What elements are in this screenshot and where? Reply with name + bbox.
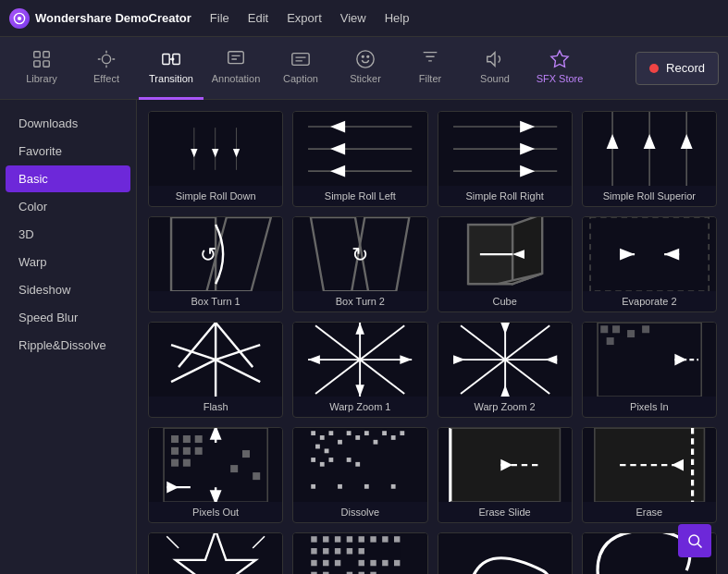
svg-rect-110 — [311, 458, 315, 462]
menu-edit[interactable]: Edit — [246, 7, 270, 29]
menu-view[interactable]: View — [339, 7, 368, 29]
label-simple-roll-superior: Simple Roll Superior — [583, 186, 716, 206]
svg-rect-109 — [401, 431, 405, 435]
transition-evaporate-2[interactable]: Evaporate 2 — [582, 216, 717, 312]
transition-pixels-in[interactable]: Pixels In — [582, 322, 717, 418]
toolbar-library[interactable]: Library — [9, 37, 74, 100]
transition-flash[interactable]: Flash — [148, 322, 283, 418]
label-box-turn-2: Box Turn 2 — [293, 291, 426, 311]
svg-rect-89 — [242, 450, 250, 458]
svg-point-13 — [367, 55, 369, 57]
toolbar-annotation[interactable]: Annotation — [204, 37, 268, 100]
toolbar-effect[interactable]: Effect — [74, 37, 139, 100]
svg-rect-116 — [338, 484, 342, 489]
sidebar-item-basic[interactable]: Basic — [6, 165, 130, 192]
svg-marker-62 — [401, 355, 413, 364]
menu-export[interactable]: Export — [285, 7, 324, 29]
svg-rect-118 — [391, 484, 396, 489]
sidebar-item-downloads[interactable]: Downloads — [6, 110, 130, 137]
transition-dissolve[interactable]: Dissolve — [292, 427, 427, 523]
svg-rect-115 — [311, 484, 315, 489]
transition-simple-roll-down[interactable]: Simple Roll Down — [148, 111, 283, 207]
svg-rect-97 — [311, 431, 315, 435]
transitions-grid: Simple Roll Down Simple Roll Left — [148, 111, 717, 574]
svg-rect-100 — [338, 440, 342, 445]
library-label: Library — [26, 73, 57, 84]
label-warp-zoom-2: Warp Zoom 2 — [438, 397, 572, 417]
svg-rect-87 — [183, 459, 191, 467]
svg-rect-83 — [171, 447, 179, 455]
transition-warp-zoom-1[interactable]: Warp Zoom 1 — [292, 322, 427, 418]
toolbar-caption[interactable]: Caption — [268, 37, 333, 100]
svg-rect-148 — [323, 560, 328, 566]
svg-point-161 — [689, 535, 699, 545]
thumb-simple-roll-left — [293, 112, 426, 186]
svg-rect-154 — [371, 560, 376, 566]
sidebar-item-color[interactable]: Color — [6, 193, 130, 220]
record-label: Record — [666, 61, 705, 75]
menu-help[interactable]: Help — [383, 7, 412, 29]
transition-erase[interactable]: Erase — [582, 427, 717, 523]
svg-rect-10 — [292, 54, 309, 66]
svg-rect-9 — [228, 52, 244, 64]
transition-unknown-1[interactable] — [148, 532, 283, 574]
caption-icon — [290, 49, 311, 69]
thumb-pixels-in — [583, 323, 716, 397]
thumb-warp-zoom-2 — [438, 323, 572, 397]
transition-simple-roll-left[interactable]: Simple Roll Left — [292, 111, 427, 207]
svg-rect-138 — [359, 536, 364, 542]
label-cube: Cube — [438, 291, 572, 311]
thumb-cube — [438, 217, 572, 291]
svg-rect-146 — [359, 548, 364, 554]
sound-icon — [485, 49, 505, 69]
thumb-unknown-2 — [293, 533, 426, 574]
menu-file[interactable]: File — [208, 7, 231, 29]
transition-erase-slide[interactable]: Erase Slide — [438, 427, 573, 523]
svg-marker-19 — [233, 149, 240, 157]
toolbar-filter[interactable]: Filter — [398, 37, 463, 100]
logo-icon — [9, 8, 30, 29]
transition-cube[interactable]: Cube — [438, 216, 573, 312]
sidebar-item-warp[interactable]: Warp — [6, 249, 130, 275]
transition-unknown-2[interactable] — [292, 532, 427, 574]
sidebar-item-sideshow[interactable]: Sideshow — [6, 276, 130, 303]
svg-rect-142 — [311, 548, 316, 554]
filter-icon — [420, 49, 440, 69]
svg-rect-101 — [315, 445, 320, 449]
svg-rect-140 — [382, 536, 388, 542]
svg-rect-86 — [171, 459, 179, 467]
transition-box-turn-2[interactable]: ↻ Box Turn 2 — [292, 216, 427, 312]
sidebar-item-3d[interactable]: 3D — [6, 221, 130, 248]
svg-rect-156 — [394, 560, 400, 566]
sidebar-item-favorite[interactable]: Favorite — [6, 138, 130, 165]
toolbar-sound[interactable]: Sound — [463, 37, 527, 100]
svg-marker-30 — [520, 143, 535, 155]
thumb-erase-slide — [438, 428, 572, 502]
transition-pixels-out[interactable]: Pixels Out — [148, 427, 283, 523]
svg-rect-81 — [183, 435, 191, 443]
toolbar-transition[interactable]: Transition — [139, 37, 204, 100]
thumb-simple-roll-down — [149, 112, 282, 186]
toolbar-sfxstore[interactable]: SFX Store — [527, 37, 592, 100]
sidebar-item-speed-blur[interactable]: Speed Blur — [6, 304, 130, 331]
toolbar-sticker[interactable]: Sticker — [333, 37, 398, 100]
transition-simple-roll-superior[interactable]: Simple Roll Superior — [582, 111, 717, 207]
transition-unknown-3[interactable] — [438, 532, 573, 574]
svg-rect-88 — [230, 465, 238, 472]
transition-warp-zoom-2[interactable]: Warp Zoom 2 — [438, 322, 573, 418]
svg-rect-102 — [325, 448, 329, 453]
thumb-erase — [583, 428, 716, 502]
record-button[interactable]: Record — [635, 52, 719, 85]
sidebar-item-ripple-dissolve[interactable]: Ripple&Dissolve — [6, 332, 130, 359]
svg-rect-114 — [356, 462, 361, 467]
thumb-evaporate-2 — [583, 217, 716, 291]
transition-box-turn-1[interactable]: ↺ Box Turn 1 — [148, 216, 283, 312]
svg-line-51 — [171, 345, 216, 360]
thumb-box-turn-1: ↺ — [149, 217, 282, 291]
library-icon — [31, 49, 52, 69]
svg-rect-136 — [335, 536, 340, 542]
thumb-pixels-out — [149, 428, 282, 502]
label-box-turn-1: Box Turn 1 — [149, 291, 282, 311]
search-button[interactable] — [678, 524, 711, 557]
transition-simple-roll-right[interactable]: Simple Roll Right — [438, 111, 573, 207]
